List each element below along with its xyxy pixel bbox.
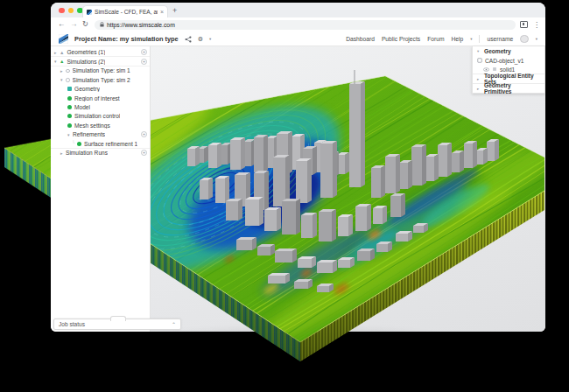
job-status-label: Job status <box>59 321 85 327</box>
top-navigation: Dashboard Public Projects Forum Help ▾ u… <box>346 35 537 44</box>
sidebar-item-simulations[interactable]: ▾ ▲ Simulations (2) + <box>51 57 150 66</box>
account-caret-icon[interactable]: ▾ <box>536 37 537 41</box>
tree-label: Model <box>74 104 90 110</box>
panel-section-label: Geometry <box>484 48 511 54</box>
nav-help[interactable]: Help <box>451 36 463 42</box>
forward-icon[interactable]: → <box>70 19 78 28</box>
settings-gear-icon[interactable]: ⚙ <box>198 35 203 44</box>
lock-icon <box>100 22 104 27</box>
tab-close-icon[interactable]: × <box>160 9 164 15</box>
tree-label: Simulations (2) <box>67 59 105 65</box>
job-status-bar[interactable]: Job status ⌃ <box>53 318 181 330</box>
browser-address-bar: ← → ↻ https://www.simscale.com ⋮ <box>51 18 545 33</box>
url-text: https://www.simscale.com <box>107 22 175 28</box>
status-complete-icon <box>67 96 72 101</box>
slab-drop-shadow <box>144 342 451 372</box>
panel-section-primitives[interactable]: ▸ Geometry Primitives <box>473 83 544 93</box>
tree-label: Simulation Runs <box>66 150 108 156</box>
chevron-down-icon[interactable]: ▾ <box>477 49 481 53</box>
solid-cube-icon <box>492 66 497 72</box>
cad-cube-icon <box>477 58 482 63</box>
sidebar-item-refinements[interactable]: ▾ Refinements + <box>51 130 150 139</box>
sidebar-item-simulation-control[interactable]: Simulation control <box>51 112 150 121</box>
reload-icon[interactable]: ↻ <box>82 19 88 28</box>
job-status-handle[interactable] <box>110 316 126 321</box>
sidebar-item-simulation-runs[interactable]: ▸ Simulation Runs + <box>51 148 150 157</box>
nav-dashboard[interactable]: Dashboard <box>346 36 375 42</box>
chevron-up-icon[interactable]: ⌃ <box>172 321 176 327</box>
sidebar-item-sim2[interactable]: ▾ Simulation Type: sim 2 <box>51 75 150 84</box>
address-bar-actions: ⋮ <box>520 19 540 30</box>
status-complete-icon <box>67 114 72 118</box>
tree-label: Mesh settings <box>74 122 110 129</box>
nav-public-projects[interactable]: Public Projects <box>382 36 420 42</box>
simulation-tree-sidebar: ▸ ▲ Geometries (1) + ▾ ▲ Simulations (2)… <box>51 46 151 332</box>
browser-tab[interactable]: SimScale - CFD, FEA, and The… × <box>82 5 168 18</box>
username-label[interactable]: username <box>487 36 513 42</box>
panel-item-label: CAD-object_v1 <box>485 58 523 64</box>
app-content: ▸ ▲ Geometries (1) + ▾ ▲ Simulations (2)… <box>51 46 545 332</box>
app-toolbar: Project Name: my simulation type ⚙ ▾ Das… <box>51 32 545 46</box>
tree-label: Geometry <box>74 86 100 92</box>
sidebar-item-region-of-interest[interactable]: Region of interest <box>51 94 150 102</box>
panel-section-geometry[interactable]: ▾ Geometry <box>473 46 544 56</box>
geometries-icon: ▲ <box>60 50 64 55</box>
sidebar-item-geometries[interactable]: ▸ ▲ Geometries (1) + <box>51 48 150 57</box>
sidebar-item-sim1[interactable]: ▸ Simulation Type: sim 1 <box>51 66 150 75</box>
panel-item-cad-object[interactable]: CAD-object_v1 <box>473 56 544 65</box>
panel-section-label: Geometry Primitives <box>484 82 540 94</box>
new-tab-button[interactable]: + <box>172 5 177 17</box>
tree-label: Simulation control <box>74 113 120 119</box>
url-field[interactable]: https://www.simscale.com <box>95 20 516 31</box>
add-refinement-button[interactable]: + <box>141 131 147 137</box>
close-window-icon[interactable] <box>59 8 65 14</box>
sidebar-item-model[interactable]: Model <box>51 102 150 111</box>
geometry-panel: ▾ Geometry CAD-object_v1 <box>472 46 545 94</box>
add-geometry-button[interactable]: + <box>141 49 147 55</box>
share-icon[interactable] <box>185 36 192 43</box>
chevron-right-icon[interactable]: ▸ <box>477 77 481 81</box>
tab-title: SimScale - CFD, FEA, and The… <box>95 9 158 15</box>
sidebar-item-surface-refinement[interactable]: └ Surface refinement 1 <box>51 139 150 148</box>
project-title: Project Name: my simulation type <box>74 35 179 43</box>
browser-window: SimScale - CFD, FEA, and The… × + ← → ↻ … <box>51 3 545 332</box>
tree-label: Simulation Type: sim 1 <box>73 67 130 74</box>
avatar[interactable] <box>520 35 529 44</box>
sidebar-item-mesh-settings[interactable]: Mesh settings <box>51 121 150 130</box>
window-controls <box>59 8 83 14</box>
nav-divider <box>479 35 480 43</box>
add-run-button[interactable]: + <box>141 150 147 156</box>
simscale-logo-icon <box>59 34 68 44</box>
tree-label: Refinements <box>73 131 105 137</box>
tree-label: Surface refinement 1 <box>84 141 137 147</box>
status-complete-icon <box>67 105 72 109</box>
composite-background: SimScale - CFD, FEA, and The… × + ← → ↻ … <box>0 0 569 392</box>
add-simulation-button[interactable]: + <box>141 59 147 65</box>
panel-item-label: solid1 <box>500 66 515 73</box>
status-complete-icon <box>77 142 81 146</box>
tree-label: Region of interest <box>74 95 120 102</box>
settings-caret-icon[interactable]: ▾ <box>209 37 211 41</box>
status-empty-icon <box>66 78 70 82</box>
simulations-icon: ▲ <box>60 59 64 64</box>
status-complete-icon <box>67 123 72 128</box>
back-icon[interactable]: ← <box>58 19 66 28</box>
simscale-favicon-icon <box>87 10 92 15</box>
browser-tab-strip: SimScale - CFD, FEA, and The… × + <box>51 3 545 18</box>
tree-label: Simulation Type: sim 2 <box>73 77 130 83</box>
sidebar-item-geometry[interactable]: Geometry <box>51 85 150 94</box>
help-caret-icon: ▾ <box>470 37 472 41</box>
tree-label: Geometries (1) <box>67 49 105 55</box>
eye-icon[interactable] <box>483 67 489 72</box>
install-app-icon[interactable] <box>520 21 528 28</box>
nav-forum[interactable]: Forum <box>427 36 444 42</box>
browser-menu-icon[interactable]: ⋮ <box>533 21 540 29</box>
minimize-window-icon[interactable] <box>68 8 74 14</box>
chevron-right-icon[interactable]: ▸ <box>477 87 481 91</box>
geometry-cube-icon <box>67 87 72 91</box>
status-empty-icon <box>66 69 70 74</box>
